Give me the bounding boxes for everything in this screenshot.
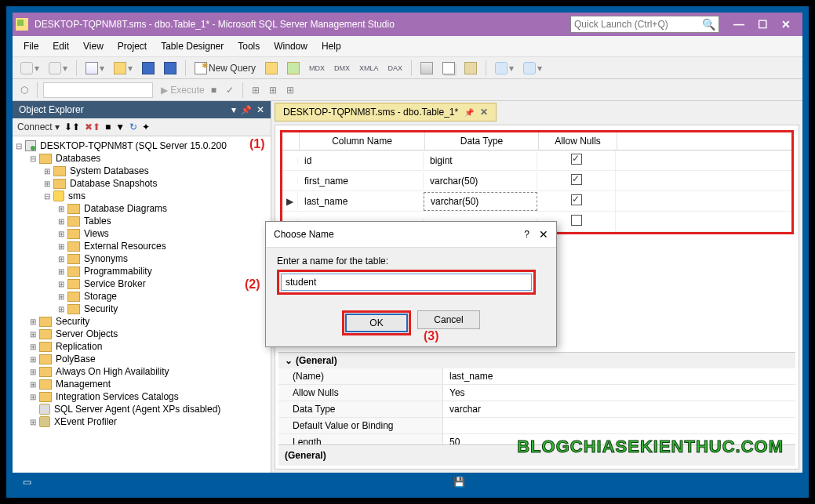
- replication-node[interactable]: ⊞Replication: [14, 340, 269, 353]
- programmability-node[interactable]: ⊞Programmability: [14, 265, 269, 277]
- menu-tools[interactable]: Tools: [231, 39, 266, 53]
- nav-forward-button[interactable]: ▾: [45, 60, 71, 76]
- snapshots-node[interactable]: ⊞Database Snapshots: [14, 177, 269, 190]
- allow-nulls-checkbox[interactable]: [571, 215, 582, 226]
- stats-icon: ⊞: [266, 83, 280, 97]
- security-node[interactable]: ⊞Security: [14, 303, 269, 315]
- db-query-button[interactable]: [262, 60, 281, 76]
- views-node[interactable]: ⊞Views: [14, 227, 269, 240]
- annotation-3: (3): [424, 329, 439, 343]
- cancel-button[interactable]: Cancel: [417, 310, 480, 329]
- management-node[interactable]: ⊞Management: [14, 378, 269, 390]
- dialog-close-icon[interactable]: ✕: [539, 228, 548, 241]
- agent-node[interactable]: SQL Server Agent (Agent XPs disabled): [14, 403, 269, 415]
- titlebar: DESKTOP-TQPNM8T.sms - dbo.Table_1* - Mic…: [13, 13, 802, 36]
- menu-help[interactable]: Help: [315, 39, 347, 53]
- refresh-icon[interactable]: ↻: [129, 121, 137, 132]
- server-security-node[interactable]: ⊞Security: [14, 315, 269, 328]
- help-icon[interactable]: ?: [524, 229, 529, 240]
- save-button[interactable]: [139, 60, 158, 76]
- table-designer-grid[interactable]: Column Name Data Type Allow Nulls id big…: [280, 130, 794, 234]
- redo-button[interactable]: ▾: [520, 60, 545, 76]
- tab-pin-icon[interactable]: 📌: [464, 108, 474, 117]
- close-panel-icon[interactable]: ✕: [257, 104, 264, 115]
- service-broker-node[interactable]: ⊞Service Broker: [14, 277, 269, 290]
- menu-project[interactable]: Project: [111, 39, 153, 53]
- system-databases-node[interactable]: ⊞System Databases: [14, 165, 269, 177]
- pin-icon[interactable]: 📌: [241, 105, 252, 115]
- polybase-node[interactable]: ⊞PolyBase: [14, 353, 269, 365]
- table-row[interactable]: id bigint: [282, 150, 791, 171]
- allow-nulls-checkbox[interactable]: [571, 194, 582, 205]
- new-file-button[interactable]: ▾: [82, 60, 107, 76]
- dmx-query-icon[interactable]: DMX: [331, 63, 353, 74]
- server-objects-node[interactable]: ⊞Server Objects: [14, 328, 269, 340]
- header-column-name: Column Name: [300, 132, 425, 150]
- disconnect-icon[interactable]: ✖⬆: [85, 121, 100, 132]
- menu-table-designer[interactable]: Table Designer: [155, 39, 230, 53]
- nav-back-button[interactable]: ▾: [17, 60, 42, 76]
- allow-nulls-checkbox[interactable]: [571, 154, 582, 165]
- open-file-button[interactable]: ▾: [111, 60, 136, 76]
- menu-file[interactable]: File: [17, 39, 45, 53]
- collapse-icon[interactable]: ⌄: [285, 355, 293, 366]
- window-pos-icon[interactable]: ▾: [231, 104, 236, 115]
- server-node[interactable]: ⊟DESKTOP-TQPNM8T (SQL Server 15.0.200: [14, 140, 269, 152]
- copy-button[interactable]: [439, 60, 458, 76]
- ok-button[interactable]: OK: [345, 314, 408, 332]
- tab-close-icon[interactable]: ✕: [480, 107, 488, 118]
- ext-resources-node[interactable]: ⊞External Resources: [14, 240, 269, 252]
- stop-connect-icon[interactable]: ■: [105, 121, 111, 132]
- execute-button: ▶ Execute: [161, 85, 205, 96]
- tab-table-designer[interactable]: DESKTOP-TQPNM8T.sms - dbo.Table_1* 📌 ✕: [275, 103, 497, 121]
- connect-button[interactable]: Connect ▾: [17, 121, 60, 132]
- tree[interactable]: ⊟DESKTOP-TQPNM8T (SQL Server 15.0.200 ⊟D…: [13, 136, 271, 473]
- dialog-title: Choose Name: [274, 229, 524, 240]
- save-all-button[interactable]: [161, 60, 180, 76]
- prop-row[interactable]: Default Value or Binding: [278, 418, 795, 434]
- as-query-button[interactable]: [284, 60, 303, 76]
- storage-node[interactable]: ⊞Storage: [14, 290, 269, 303]
- prop-row[interactable]: Data Typevarchar: [278, 401, 795, 418]
- object-explorer: Object Explorer ▾ 📌 ✕ Connect ▾ ⬇⬆ ✖⬆ ■ …: [13, 101, 271, 473]
- prop-row[interactable]: (Name)last_name: [278, 368, 795, 385]
- allow-nulls-checkbox[interactable]: [571, 174, 582, 185]
- close-button[interactable]: ✕: [774, 16, 798, 33]
- connect-toolbar: Connect ▾ ⬇⬆ ✖⬆ ■ ▼ ↻ ✦: [13, 118, 271, 136]
- tables-node[interactable]: ⊞Tables: [14, 215, 269, 227]
- search-icon[interactable]: 🔍: [702, 18, 715, 31]
- database-selector[interactable]: [43, 82, 153, 98]
- isc-node[interactable]: ⊞Integration Services Catalogs: [14, 390, 269, 403]
- filter-icon[interactable]: ▼: [115, 121, 125, 132]
- quick-launch-input[interactable]: [574, 19, 702, 30]
- table-name-input[interactable]: [281, 274, 532, 291]
- xevent-node[interactable]: ⊞XEvent Profiler: [14, 415, 269, 428]
- minimize-button[interactable]: —: [727, 16, 751, 33]
- quick-launch[interactable]: 🔍: [570, 16, 719, 33]
- xmla-query-icon[interactable]: XMLA: [356, 63, 382, 74]
- table-row[interactable]: ▶ last_name varchar(50): [282, 191, 791, 212]
- plus-icon[interactable]: ✦: [142, 121, 150, 132]
- databases-node[interactable]: ⊟Databases: [14, 152, 269, 165]
- prop-row[interactable]: Allow NullsYes: [278, 385, 795, 401]
- menu-edit[interactable]: Edit: [46, 39, 75, 53]
- diagrams-node[interactable]: ⊞Database Diagrams: [14, 202, 269, 215]
- maximize-button[interactable]: ☐: [751, 16, 774, 33]
- statusbar: ▭ 💾: [13, 473, 802, 491]
- undo-button[interactable]: ▾: [492, 60, 517, 76]
- cut-button[interactable]: [417, 60, 436, 76]
- paste-button[interactable]: [461, 60, 480, 76]
- sms-db-node[interactable]: ⊟sms: [14, 190, 269, 202]
- parse-button: ✓: [223, 83, 237, 97]
- always-on-node[interactable]: ⊞Always On High Availability: [14, 365, 269, 378]
- synonyms-node[interactable]: ⊞Synonyms: [14, 252, 269, 265]
- new-query-button[interactable]: New Query: [191, 60, 259, 76]
- connect-server-icon[interactable]: ⬇⬆: [64, 121, 80, 132]
- dax-query-icon[interactable]: DAX: [385, 63, 406, 74]
- menu-window[interactable]: Window: [267, 39, 314, 53]
- table-row[interactable]: first_name varchar(50): [282, 171, 791, 191]
- menu-view[interactable]: View: [77, 39, 110, 53]
- tab-label: DESKTOP-TQPNM8T.sms - dbo.Table_1*: [283, 107, 458, 118]
- props-section[interactable]: ⌄(General): [278, 353, 795, 368]
- mdx-query-icon[interactable]: MDX: [306, 63, 328, 74]
